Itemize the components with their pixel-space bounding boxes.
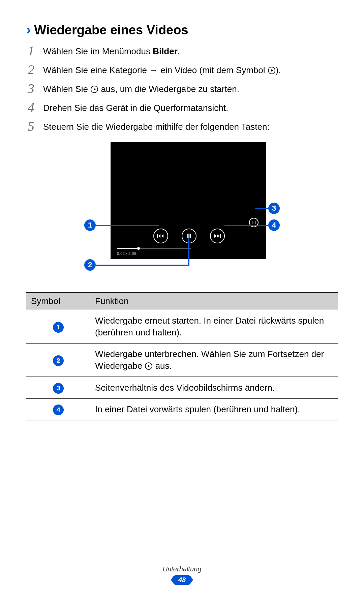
row-text: Seitenverhältnis des Videobildschirms än… — [90, 377, 338, 399]
rewind-icon — [153, 229, 168, 243]
footer-category: Unterhaltung — [0, 565, 364, 573]
play-circle-icon — [90, 85, 98, 93]
callout-badge-3: 3 — [268, 203, 280, 214]
play-circle-icon — [145, 362, 153, 370]
forward-icon — [210, 229, 225, 243]
section-heading: › Wiedergabe eines Videos — [26, 23, 338, 37]
step-number: 4 — [26, 101, 36, 114]
table-row: 3 Seitenverhältnis des Videobildschirms … — [26, 377, 338, 399]
page-number: 48 — [174, 575, 190, 585]
step-number: 5 — [26, 120, 36, 133]
function-table: Symbol Funktion 1 Wiedergabe erneut star… — [26, 292, 338, 420]
play-circle-icon — [268, 66, 276, 74]
step-text: Wählen Sie im Menümodus Bilder. — [43, 46, 338, 57]
step-text: Drehen Sie das Gerät in die Querformatan… — [43, 102, 338, 114]
th-funktion: Funktion — [90, 293, 338, 310]
row-text: In einer Datei vorwärts spulen (berühren… — [90, 398, 338, 420]
timecode: 0:02 / 2:08 — [117, 251, 136, 256]
step-text: Wählen Sie eine Kategorie → ein Video (m… — [43, 64, 338, 76]
step-text: Steuern Sie die Wiedergabe mithilfe der … — [43, 121, 338, 133]
row-badge: 2 — [53, 355, 64, 366]
callout-badge-4: 4 — [268, 219, 280, 231]
row-text: Wiedergabe unterbrechen. Wählen Sie zum … — [90, 344, 338, 377]
row-badge: 4 — [53, 405, 64, 415]
svg-rect-5 — [220, 234, 221, 238]
step-number: 3 — [26, 82, 36, 95]
step-item: 4 Drehen Sie das Gerät in die Querformat… — [26, 102, 338, 116]
heading-title: Wiedergabe eines Videos — [34, 23, 188, 37]
row-badge: 1 — [53, 322, 64, 333]
row-text: Wiedergabe erneut starten. In einer Date… — [90, 310, 338, 344]
step-number: 1 — [26, 44, 36, 58]
callout-badge-1: 1 — [84, 219, 96, 231]
page-footer: Unterhaltung 48 — [0, 565, 364, 585]
step-item: 5 Steuern Sie die Wiedergabe mithilfe de… — [26, 121, 338, 135]
callout-line — [96, 265, 189, 266]
callout-line — [255, 208, 268, 209]
callout-line — [96, 225, 159, 226]
callout-line — [224, 225, 268, 226]
step-number: 2 — [26, 63, 36, 77]
video-diagram: 0:02 / 2:08 1 2 3 4 — [84, 142, 280, 280]
table-row: 2 Wiedergabe unterbrechen. Wählen Sie zu… — [26, 344, 338, 377]
chevron-icon: › — [26, 23, 31, 36]
svg-rect-2 — [157, 234, 158, 238]
callout-badge-2: 2 — [84, 259, 96, 271]
svg-rect-4 — [190, 234, 191, 238]
steps-list: 1 Wählen Sie im Menümodus Bilder. 2 Wähl… — [26, 46, 338, 135]
table-row: 1 Wiedergabe erneut starten. In einer Da… — [26, 310, 338, 344]
step-item: 3 Wählen Sie aus, um die Wiedergabe zu s… — [26, 83, 338, 97]
row-badge: 3 — [53, 383, 64, 394]
table-row: 4 In einer Datei vorwärts spulen (berühr… — [26, 398, 338, 420]
callout-line — [188, 238, 189, 266]
th-symbol: Symbol — [26, 293, 90, 310]
step-text: Wählen Sie aus, um die Wiedergabe zu sta… — [43, 83, 338, 95]
progress-bar — [117, 248, 191, 249]
step-item: 1 Wählen Sie im Menümodus Bilder. — [26, 46, 338, 59]
step-item: 2 Wählen Sie eine Kategorie → ein Video … — [26, 64, 338, 78]
